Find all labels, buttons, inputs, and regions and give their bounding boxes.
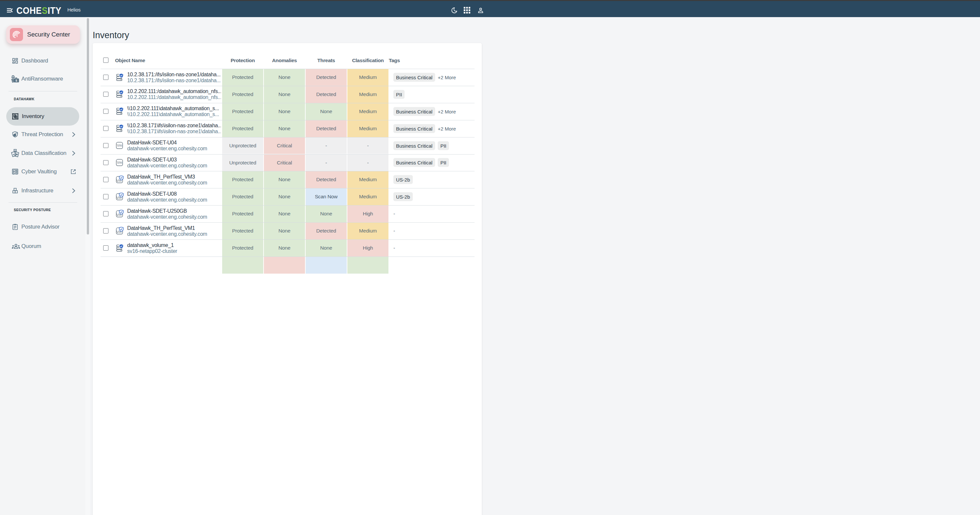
svg-text:Vm: Vm (117, 161, 122, 164)
svg-text:Vm: Vm (117, 143, 122, 147)
svg-text:$: $ (16, 79, 17, 82)
